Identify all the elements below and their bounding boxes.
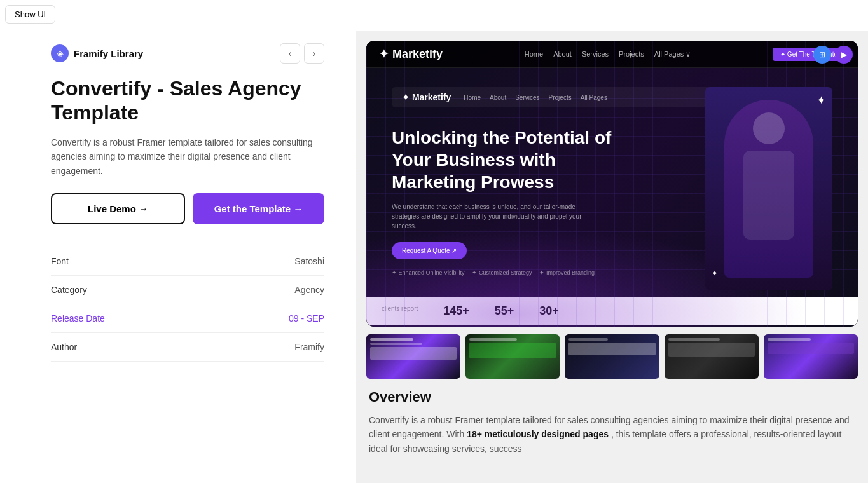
preview-cta-btn: Request A Quote ↗ xyxy=(392,242,467,259)
thumb-3-content xyxy=(565,334,659,379)
left-panel: ◈ Framify Library ‹ › Convertify - Sales… xyxy=(0,31,356,483)
thumb-line xyxy=(469,338,517,341)
next-button[interactable]: › xyxy=(304,43,324,64)
font-label: Font xyxy=(51,256,69,266)
thumb-line xyxy=(370,347,457,360)
meta-row-category: Category Agency xyxy=(51,276,324,304)
thumbnail-2[interactable] xyxy=(465,334,560,379)
template-description: Convertify is a robust Framer template t… xyxy=(51,135,324,178)
library-logo: ◈ Framify Library xyxy=(51,44,143,62)
inner-nav-allpages: All Pages xyxy=(581,94,607,101)
live-demo-button[interactable]: Live Demo → xyxy=(51,193,185,224)
preview-image-area: ✦ Marketify Home About Services Projects… xyxy=(366,41,858,327)
thumb-1-content xyxy=(366,334,460,379)
badge-2: ✦ Customized Strategy xyxy=(472,269,532,276)
person-shape xyxy=(724,100,813,278)
main-container: ◈ Framify Library ‹ › Convertify - Sales… xyxy=(0,0,868,483)
meta-row-font: Font Satoshi xyxy=(51,247,324,276)
circle-icons: ⊞ ▶ xyxy=(813,46,853,64)
badge-1: ✦ Enhanced Online Visibility xyxy=(392,269,464,276)
prev-button[interactable]: ‹ xyxy=(280,43,300,64)
inner-nav-home: Home xyxy=(464,94,481,101)
overview-bold-text: 18+ meticulously designed pages xyxy=(467,429,609,439)
preview-inner-logo: ✦ Marketify xyxy=(402,92,451,102)
author-label: Author xyxy=(51,342,77,352)
icon-blue-circle: ⊞ xyxy=(813,46,831,64)
nav-buttons: ‹ › xyxy=(280,43,324,64)
thumb-4-content xyxy=(665,334,759,379)
thumb-line xyxy=(668,338,720,341)
thumbnail-3[interactable] xyxy=(565,334,659,379)
show-ui-button[interactable]: Show UI xyxy=(5,5,55,24)
thumb-5-content xyxy=(764,334,858,379)
overview-section: Overview Convertify is a robust Framer t… xyxy=(366,389,858,456)
library-header: ◈ Framify Library ‹ › xyxy=(51,43,324,64)
get-template-button[interactable]: Get the Template → xyxy=(193,193,324,224)
thumb-line xyxy=(469,343,556,358)
thumb-line xyxy=(568,338,607,341)
inner-nav-services: Services xyxy=(515,94,539,101)
thumb-line xyxy=(768,343,854,354)
thumbnails-row xyxy=(366,334,858,379)
thumbnail-5[interactable] xyxy=(764,334,858,379)
framify-logo-icon: ◈ xyxy=(51,44,69,62)
right-panel: ✦ Marketify Home About Services Projects… xyxy=(356,31,868,483)
template-title: Convertify - Sales Agency Template xyxy=(51,76,324,125)
icon-purple-circle: ▶ xyxy=(835,46,853,64)
font-value: Satoshi xyxy=(294,256,324,266)
preview-main: ✦ Marketify Home About Services Projects… xyxy=(366,41,858,327)
release-value: 09 - SEP xyxy=(289,313,324,323)
overview-title: Overview xyxy=(369,389,855,405)
badge-3: ✦ Improved Branding xyxy=(539,269,595,276)
thumbnail-4[interactable] xyxy=(665,334,759,379)
preview-headline: Unlocking the Potential of Your Business… xyxy=(392,126,633,193)
inner-nav-projects: Projects xyxy=(549,94,572,101)
meta-table: Font Satoshi Category Agency Release Dat… xyxy=(51,247,324,362)
thumb-line xyxy=(568,343,655,355)
inner-nav-about: About xyxy=(490,94,506,101)
overview-text: Convertify is a robust Framer template t… xyxy=(369,413,855,456)
thumbnail-1[interactable] xyxy=(366,334,460,379)
category-value: Agency xyxy=(294,285,324,295)
library-name: Framify Library xyxy=(74,48,143,59)
preview-hero: ✦ Marketify Home About Services Projects… xyxy=(366,68,858,297)
author-value: Framify xyxy=(294,342,324,352)
sparkle-1: ✦ xyxy=(816,93,826,107)
thumb-line xyxy=(370,338,413,341)
thumb-line xyxy=(370,343,422,345)
meta-row-release: Release Date 09 - SEP xyxy=(51,304,324,333)
thumb-line xyxy=(768,338,811,341)
thumb-2-content xyxy=(465,334,560,379)
preview-inner-links: Home About Services Projects All Pages xyxy=(464,94,607,101)
preview-person: ✦ ✦ xyxy=(705,87,832,290)
cta-buttons: Live Demo → Get the Template → xyxy=(51,193,324,224)
release-label: Release Date xyxy=(51,313,105,323)
sparkle-2: ✦ xyxy=(712,269,718,278)
preview-subtext: We understand that each business is uniq… xyxy=(392,202,582,231)
thumb-line xyxy=(668,343,755,357)
category-label: Category xyxy=(51,285,87,295)
meta-row-author: Author Framify xyxy=(51,333,324,362)
